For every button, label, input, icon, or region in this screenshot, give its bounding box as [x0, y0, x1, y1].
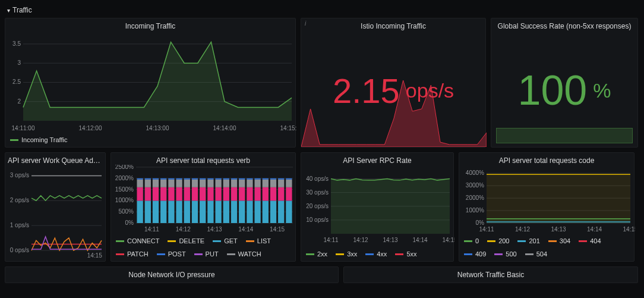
legend-item[interactable]: 4xx — [365, 250, 387, 258]
panel-rpc[interactable]: API Server RPC Rate 10 ops/s20 ops/s30 o… — [301, 152, 454, 262]
legend-item[interactable]: PUT — [194, 250, 219, 258]
svg-rect-44 — [153, 180, 159, 187]
legend-swatch — [10, 139, 18, 141]
legend-swatch — [548, 240, 557, 242]
legend-item[interactable]: POST — [157, 250, 186, 258]
panel-node-io[interactable]: Node Network I/O pressure — [5, 266, 339, 283]
svg-text:1500%: 1500% — [115, 186, 134, 193]
svg-rect-75 — [215, 187, 221, 201]
legend-label: 500 — [506, 250, 516, 258]
svg-rect-102 — [270, 200, 276, 223]
panel-verb[interactable]: API server total requests verb 0%500%100… — [111, 152, 296, 262]
legend-item[interactable]: DELETE — [168, 237, 204, 244]
svg-rect-50 — [168, 200, 174, 223]
svg-rect-54 — [176, 200, 182, 223]
svg-rect-72 — [207, 180, 213, 187]
svg-rect-39 — [145, 187, 151, 201]
legend-item[interactable]: Incoming Traffic — [10, 136, 67, 143]
section-title: Traffic — [12, 6, 32, 14]
legend-item[interactable]: 500 — [494, 250, 516, 258]
legend-label: 5xx — [406, 250, 416, 258]
svg-rect-66 — [200, 200, 206, 223]
svg-rect-37 — [137, 178, 143, 180]
svg-rect-98 — [263, 200, 269, 223]
svg-rect-38 — [145, 200, 151, 223]
legend-item[interactable]: 0 — [464, 237, 479, 244]
svg-rect-45 — [153, 178, 159, 180]
svg-text:10 ops/s: 10 ops/s — [306, 217, 329, 223]
svg-rect-59 — [184, 187, 190, 201]
panel-workqueue[interactable]: API server Work Queue Add ... 0 ops/s1 o… — [5, 152, 106, 262]
legend-item[interactable]: PATCH — [116, 250, 149, 258]
svg-text:3: 3 — [17, 59, 21, 66]
legend-item[interactable]: WATCH — [227, 250, 261, 258]
legend-label: 404 — [590, 237, 601, 244]
legend-item[interactable]: 5xx — [395, 250, 416, 258]
legend-item[interactable]: GET — [213, 237, 238, 244]
legend-swatch — [395, 253, 403, 255]
svg-rect-93 — [247, 178, 252, 180]
legend-swatch — [487, 240, 495, 242]
svg-text:3.5: 3.5 — [12, 40, 21, 47]
svg-rect-103 — [270, 187, 276, 201]
svg-text:2 ops/s: 2 ops/s — [10, 197, 29, 203]
panel-title: API server Work Queue Add ... — [5, 153, 105, 167]
svg-rect-101 — [263, 178, 269, 180]
svg-rect-110 — [286, 200, 292, 223]
legend-swatch — [579, 240, 587, 242]
svg-rect-76 — [215, 180, 221, 187]
svg-rect-80 — [223, 180, 229, 187]
svg-text:2: 2 — [17, 98, 21, 105]
legend-label: 2xx — [317, 250, 327, 258]
section-header-traffic[interactable]: ▾ Traffic — [5, 2, 639, 18]
chart-workqueue: 0 ops/s1 ops/s2 ops/s3 ops/s14:15 — [5, 167, 106, 261]
legend-label: 201 — [529, 237, 539, 244]
panel-incoming-traffic[interactable]: Incoming Traffic 22.533.514:11:0014:12:0… — [5, 18, 296, 148]
svg-rect-97 — [254, 178, 260, 180]
legend-item[interactable]: 201 — [517, 237, 539, 244]
legend-swatch — [168, 240, 176, 242]
panel-title: API server total requests verb — [111, 153, 295, 165]
legend-label: Incoming Traffic — [21, 136, 67, 143]
svg-rect-99 — [263, 187, 269, 201]
legend-label: WATCH — [238, 250, 261, 258]
svg-text:1000%: 1000% — [115, 197, 134, 203]
svg-rect-48 — [160, 180, 166, 187]
legend-item[interactable]: 304 — [548, 237, 570, 244]
svg-text:14:14:00: 14:14:00 — [213, 125, 236, 131]
panel-code[interactable]: API server total requests code 0%1000%20… — [459, 152, 634, 262]
panel-net-basic[interactable]: Network Traffic Basic — [343, 266, 638, 283]
legend-item[interactable]: CONNECT — [116, 237, 159, 244]
legend-label: GET — [224, 237, 238, 244]
svg-rect-41 — [145, 178, 151, 180]
svg-text:14:11: 14:11 — [144, 226, 159, 233]
legend-item[interactable]: 404 — [579, 237, 601, 244]
svg-rect-61 — [184, 178, 190, 180]
legend-item[interactable]: 200 — [487, 237, 509, 244]
panel-title: Node Network I/O pressure — [5, 267, 338, 283]
legend-swatch — [213, 240, 221, 242]
svg-rect-85 — [231, 178, 237, 180]
svg-rect-68 — [200, 180, 206, 187]
svg-rect-43 — [153, 187, 159, 201]
svg-rect-94 — [254, 200, 260, 223]
panel-success-rate[interactable]: Global Success Rate (non-5xx responses) … — [491, 18, 638, 148]
legend-item[interactable]: 409 — [464, 250, 486, 258]
panel-istio-incoming[interactable]: i Istio Incoming Traffic 2.15 ops/s — [301, 18, 486, 148]
svg-rect-106 — [278, 200, 284, 223]
svg-rect-49 — [160, 178, 166, 180]
legend-label: POST — [168, 250, 186, 258]
legend-item[interactable]: 3xx — [336, 250, 357, 258]
svg-text:14:15:00: 14:15:00 — [280, 125, 296, 131]
legend-item[interactable]: 2xx — [306, 250, 327, 258]
svg-text:14:13:00: 14:13:00 — [146, 125, 169, 131]
legend-item[interactable]: 504 — [525, 250, 547, 258]
legend-item[interactable]: LIST — [246, 237, 271, 244]
svg-text:3000%: 3000% — [466, 182, 484, 189]
svg-text:4000%: 4000% — [466, 170, 484, 176]
svg-text:14:13: 14:13 — [383, 237, 397, 243]
svg-rect-83 — [231, 187, 237, 201]
svg-rect-113 — [286, 178, 292, 180]
svg-rect-71 — [207, 187, 213, 201]
svg-rect-96 — [254, 180, 260, 187]
